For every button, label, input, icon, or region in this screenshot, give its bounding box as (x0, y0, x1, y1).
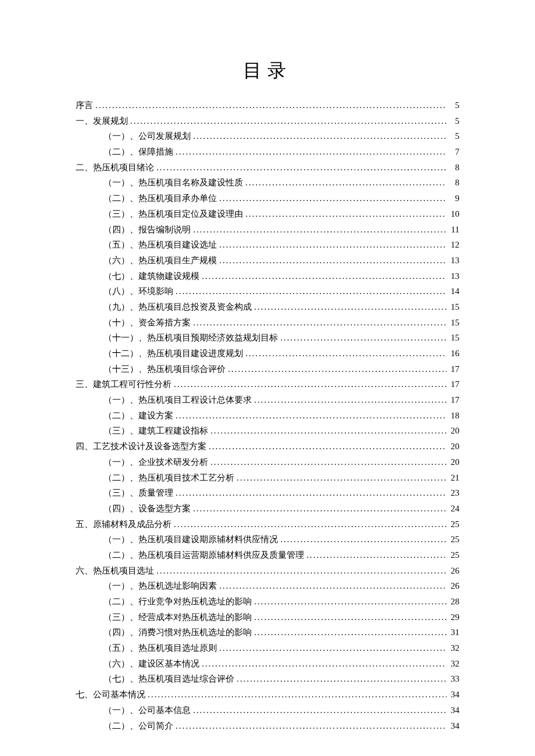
toc-entry-page: 5 (447, 98, 459, 113)
toc-entry-page: 26 (447, 578, 459, 594)
toc-entry: （一）、热压机项目名称及建设性质8 (104, 175, 459, 191)
toc-entry: （十一）、热压机项目预期经济效益规划目标15 (104, 330, 459, 346)
toc-entry-page: 8 (447, 160, 459, 175)
toc-leader-dots (278, 330, 447, 346)
toc-leader-dots (217, 237, 447, 253)
toc-leader-dots (252, 594, 447, 610)
toc-entry-page: 34 (447, 687, 459, 703)
toc-entry-page: 31 (447, 625, 459, 640)
toc-entry-page: 20 (447, 423, 459, 439)
toc-entry-page: 34 (447, 718, 459, 734)
toc-entry: （二）、公司简介34 (104, 718, 459, 734)
toc-entry: （三）、质量管理23 (104, 485, 459, 501)
toc-leader-dots (252, 625, 447, 640)
toc-entry-label: （三）、热压机项目定位及建设理由 (104, 206, 243, 222)
toc-entry: （七）、建筑物建设规模13 (104, 268, 459, 284)
toc-entry: （一）、企业技术研发分析20 (104, 454, 459, 470)
toc-entry: （八）、环境影响14 (104, 284, 459, 299)
toc-leader-dots (93, 98, 447, 113)
toc-entry-label: （三）、经营成本对热压机选址的影响 (104, 610, 252, 625)
toc-entry-page: 33 (447, 671, 459, 687)
toc-entry: （二）、热压机项目技术工艺分析21 (104, 470, 459, 486)
toc-leader-dots (252, 299, 447, 315)
toc-entry: 二、热压机项目绪论8 (76, 160, 459, 175)
toc-entry-page: 26 (447, 563, 459, 579)
toc-leader-dots (191, 315, 447, 331)
toc-entry-page: 15 (447, 330, 459, 346)
toc-entry-label: （五）、热压机项目建设选址 (104, 237, 217, 253)
toc-entry-label: 三、建筑工程可行性分析 (76, 377, 172, 392)
toc-entry: （二）、热压机项目承办单位9 (104, 191, 459, 206)
toc-entry: （一）、公司发展规划5 (104, 128, 459, 144)
toc-entry-page: 9 (447, 191, 459, 206)
toc-entry: 五、原辅材料及成品分析25 (76, 517, 459, 532)
toc-leader-dots (217, 578, 447, 594)
toc-entry-page: 17 (447, 392, 459, 408)
toc-leader-dots (208, 454, 447, 470)
toc-entry: （二）、建设方案18 (104, 408, 459, 424)
toc-entry-label: （二）、热压机项目运营期原辅材料供应及质量管理 (104, 547, 304, 563)
toc-entry-page: 20 (447, 439, 459, 454)
toc-entry-label: （九）、热压机项目总投资及资金构成 (104, 299, 252, 315)
toc-entry: （九）、热压机项目总投资及资金构成15 (104, 299, 459, 315)
toc-leader-dots (154, 160, 447, 175)
toc-leader-dots (172, 377, 447, 392)
toc-entry: （一）、公司基本信息34 (104, 703, 459, 718)
toc-entry: （四）、设备选型方案24 (104, 501, 459, 517)
toc-entry: （七）、热压机项目选址综合评价33 (104, 671, 459, 687)
toc-leader-dots (208, 423, 447, 439)
toc-entry: （四）、报告编制说明11 (104, 222, 459, 238)
toc-entry: （四）、消费习惯对热压机选址的影响31 (104, 625, 459, 640)
toc-leader-dots (243, 175, 447, 191)
toc-entry-page: 32 (447, 656, 459, 672)
toc-entry: 三、建筑工程可行性分析17 (76, 377, 459, 392)
document-page: 目录 序言5一、发展规划5（一）、公司发展规划5（二）、保障措施7二、热压机项目… (0, 0, 535, 756)
toc-entry-page: 13 (447, 268, 459, 284)
toc-entry-label: （一）、热压机项目工程设计总体要求 (104, 392, 252, 408)
toc-entry: （三）、热压机项目定位及建设理由10 (104, 206, 459, 222)
toc-entry-page: 17 (447, 377, 459, 392)
toc-leader-dots (217, 253, 447, 268)
toc-entry: 六、热压机项目选址26 (76, 563, 459, 579)
toc-entry-page: 5 (447, 113, 459, 129)
toc-leader-dots (173, 144, 447, 160)
toc-entry-page: 10 (447, 206, 459, 222)
toc-entry-page: 18 (447, 408, 459, 424)
toc-entry-label: （一）、热压机项目建设期原辅材料供应情况 (104, 532, 278, 547)
toc-entry-label: （七）、热压机项目选址综合评价 (104, 671, 234, 687)
toc-leader-dots (252, 610, 447, 625)
toc-entry-label: 四、工艺技术设计及设备选型方案 (76, 439, 206, 454)
toc-entry-label: （四）、消费习惯对热压机选址的影响 (104, 625, 252, 640)
toc-entry-page: 14 (447, 284, 459, 299)
toc-entry-label: （一）、企业技术研发分析 (104, 454, 208, 470)
toc-entry-label: （十三）、热压机项目综合评价 (104, 361, 226, 377)
toc-entry-page: 15 (447, 299, 459, 315)
toc-entry-label: （十）、资金筹措方案 (104, 315, 191, 331)
toc-entry-label: （一）、热压机项目名称及建设性质 (104, 175, 243, 191)
toc-entry-label: （二）、热压机项目技术工艺分析 (104, 470, 234, 486)
toc-leader-dots (206, 439, 447, 454)
toc-entry-page: 34 (447, 703, 459, 718)
toc-entry-page: 25 (447, 517, 459, 532)
toc-entry-label: （十一）、热压机项目预期经济效益规划目标 (104, 330, 278, 346)
toc-entry-label: （七）、建筑物建设规模 (104, 268, 199, 284)
toc-leader-dots (128, 113, 447, 129)
toc-title: 目录 (76, 58, 459, 84)
toc-entry-page: 23 (447, 485, 459, 501)
toc-leader-dots (154, 563, 447, 579)
toc-entry: （二）、热压机项目运营期原辅材料供应及质量管理25 (104, 547, 459, 563)
toc-entry-page: 24 (447, 501, 459, 517)
toc-entry-page: 7 (447, 144, 459, 160)
toc-entry-page: 8 (447, 175, 459, 191)
toc-leader-dots (234, 671, 447, 687)
toc-entry-label: （五）、热压机项目选址原则 (104, 640, 217, 656)
toc-leader-dots (173, 718, 447, 734)
toc-entry-page: 16 (447, 346, 459, 361)
toc-leader-dots (234, 470, 447, 486)
toc-leader-dots (217, 191, 447, 206)
toc-entry: （十二）、热压机项目建设进度规划16 (104, 346, 459, 361)
toc-entry-label: （一）、热压机选址影响因素 (104, 578, 217, 594)
toc-entry: （三）、建筑工程建设指标20 (104, 423, 459, 439)
toc-leader-dots (199, 268, 447, 284)
toc-entry-label: （四）、设备选型方案 (104, 501, 191, 517)
